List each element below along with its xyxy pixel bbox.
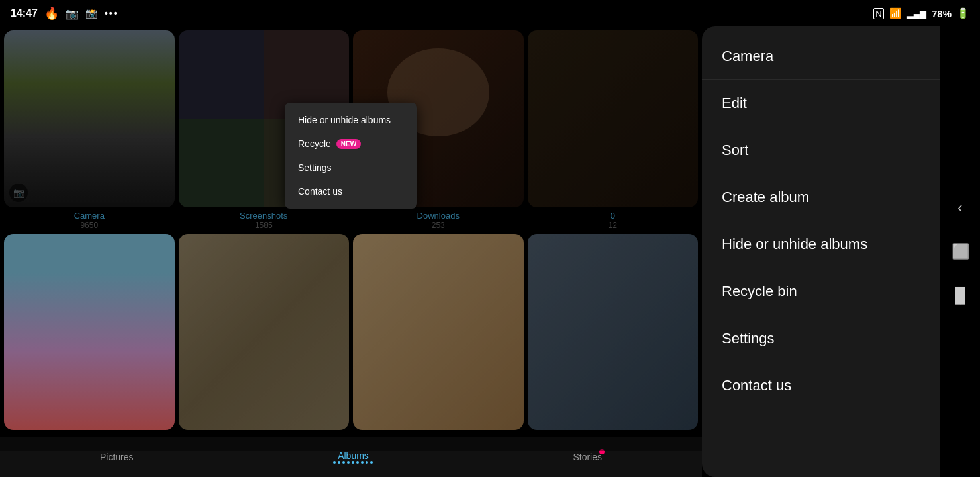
small-menu-settings[interactable]: Settings <box>285 156 417 180</box>
dot-7 <box>361 461 364 464</box>
small-dropdown-menu: Hide or unhide albums Recycle NEW Settin… <box>285 103 417 209</box>
menu-edit-label: Edit <box>722 95 747 111</box>
dot-5 <box>352 461 354 464</box>
android-home-btn[interactable]: ⬜ <box>952 243 969 260</box>
signal-icon: ▂▄▆ <box>907 9 926 19</box>
battery-icon: 🔋 <box>957 7 969 19</box>
new-badge: NEW <box>336 139 361 149</box>
menu-camera-label: Camera <box>722 48 773 64</box>
dot-8 <box>366 461 368 464</box>
stories-label: Stories <box>573 452 602 462</box>
status-right: N 📶 ▂▄▆ 78% 🔋 <box>873 7 969 19</box>
nav-stories[interactable]: Stories <box>573 452 602 462</box>
small-menu-recycle[interactable]: Recycle NEW <box>285 132 417 156</box>
flame-icon: 🔥 <box>44 6 59 21</box>
small-menu-hide-unhide[interactable]: Hide or unhide albums <box>285 108 417 132</box>
time-display: 14:47 <box>11 7 38 19</box>
right-panel-menu: Camera Edit Sort Create album Hide or un… <box>702 26 940 477</box>
android-back-btn[interactable]: ‹ <box>957 199 962 217</box>
menu-create-album[interactable]: Create album <box>702 174 940 221</box>
menu-create-album-label: Create album <box>722 189 809 205</box>
nav-pictures[interactable]: Pictures <box>100 452 134 462</box>
dot-9 <box>370 461 373 464</box>
status-left: 14:47 🔥 📷 📸 ••• <box>11 6 119 21</box>
menu-recycle-bin[interactable]: Recycle bin <box>702 268 940 315</box>
menu-edit[interactable]: Edit <box>702 80 940 127</box>
dot-3 <box>342 461 345 464</box>
status-bar: 14:47 🔥 📷 📸 ••• N 📶 ▂▄▆ 78% 🔋 <box>0 0 980 26</box>
menu-contact-us-label: Contact us <box>722 377 791 394</box>
nav-albums[interactable]: Albums <box>333 450 373 464</box>
dot-1 <box>333 461 336 464</box>
dot-2 <box>338 461 340 464</box>
menu-sort[interactable]: Sort <box>702 127 940 174</box>
recycle-label: Recycle <box>298 138 331 149</box>
dot-6 <box>356 461 359 464</box>
android-navigation: ‹ ⬜ ▐▌ <box>940 26 980 477</box>
camera-alt-icon: 📸 <box>85 7 98 19</box>
menu-settings[interactable]: Settings <box>702 315 940 362</box>
menu-hide-unhide[interactable]: Hide or unhide albums <box>702 221 940 268</box>
menu-recycle-bin-label: Recycle bin <box>722 283 797 299</box>
instagram-icon: 📷 <box>66 7 79 20</box>
menu-sort-label: Sort <box>722 142 748 158</box>
albums-dots <box>333 461 373 464</box>
more-icon: ••• <box>105 8 119 19</box>
battery-percent: 78% <box>932 8 952 19</box>
albums-label: Albums <box>338 450 369 461</box>
nfc-icon: N <box>873 8 883 19</box>
menu-hide-unhide-label: Hide or unhide albums <box>722 236 867 252</box>
hide-unhide-label: Hide or unhide albums <box>298 115 391 125</box>
settings-label: Settings <box>298 162 332 173</box>
pictures-label: Pictures <box>100 452 134 462</box>
contact-label: Contact us <box>298 186 342 197</box>
wifi-icon: 📶 <box>889 7 902 19</box>
android-recents-btn[interactable]: ▐▌ <box>950 287 970 304</box>
menu-contact-us[interactable]: Contact us <box>702 362 940 409</box>
menu-settings-label: Settings <box>722 330 775 346</box>
dim-overlay <box>0 26 702 450</box>
dot-4 <box>347 461 350 464</box>
small-menu-contact[interactable]: Contact us <box>285 180 417 203</box>
menu-camera[interactable]: Camera <box>702 33 940 80</box>
